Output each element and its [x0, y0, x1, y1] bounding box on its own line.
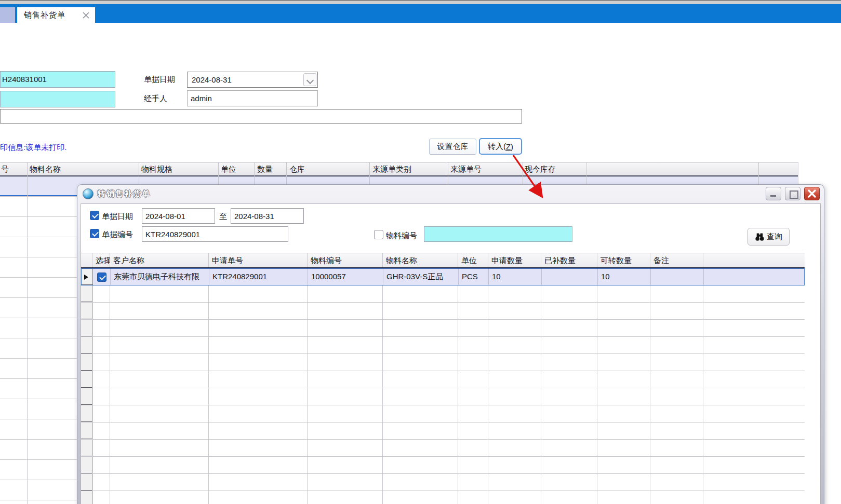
empty-cell	[209, 354, 308, 371]
empty-cell	[81, 457, 92, 473]
empty-cell	[92, 320, 110, 336]
empty-cell	[308, 423, 383, 439]
date-to-input[interactable]	[231, 208, 304, 224]
row-arrow-icon	[82, 269, 92, 284]
empty-row	[81, 320, 805, 337]
empty-cell	[308, 371, 383, 388]
empty-cell	[383, 405, 458, 422]
orderno-filter-checkbox[interactable]	[90, 229, 99, 238]
minimize-button[interactable]	[766, 187, 781, 200]
empty-cell	[383, 491, 458, 504]
chevron-down-icon[interactable]	[303, 73, 316, 86]
empty-cell	[308, 303, 383, 319]
close-button[interactable]	[804, 187, 820, 200]
main-col-source-no[interactable]: 来源单号	[450, 165, 482, 174]
col-replenished[interactable]: 已补数量	[541, 253, 597, 267]
empty-cell	[110, 474, 209, 491]
empty-cell	[488, 423, 541, 439]
col-customer[interactable]: 客户名称	[110, 253, 209, 267]
col-remark[interactable]: 备注	[650, 253, 703, 267]
material-filter-checkbox[interactable]	[374, 230, 383, 239]
empty-cell	[110, 388, 209, 405]
empty-row	[81, 474, 805, 491]
order-number-field[interactable]: H240831001	[0, 71, 115, 88]
empty-cell	[458, 457, 488, 473]
col-select[interactable]: 选择	[92, 253, 110, 267]
empty-cell	[541, 354, 597, 371]
date-from-input[interactable]	[142, 208, 215, 224]
dialog-grid-row[interactable]: 东莞市贝德电子科技有限 KTR240829001 10000057 GHR-03…	[81, 268, 805, 285]
col-unit[interactable]: 单位	[458, 253, 488, 267]
empty-cell	[650, 405, 703, 422]
secondary-field[interactable]	[0, 91, 115, 107]
empty-cell	[703, 285, 805, 302]
col-apply-no[interactable]: 申请单号	[209, 253, 308, 267]
empty-cell	[209, 457, 308, 473]
row-checkbox[interactable]	[97, 273, 106, 282]
empty-cell	[458, 491, 488, 504]
cell-material-code: 10000057	[308, 269, 383, 285]
empty-cell	[541, 320, 597, 336]
cell-remark	[651, 269, 704, 285]
empty-cell	[703, 423, 805, 439]
date-combobox[interactable]: 2024-08-31	[187, 72, 318, 88]
empty-cell	[110, 405, 209, 422]
col-material-code[interactable]: 物料编号	[308, 253, 383, 267]
main-col-warehouse[interactable]: 仓库	[289, 165, 305, 174]
empty-cell	[383, 320, 458, 336]
main-col-qty[interactable]: 数量	[257, 165, 273, 174]
empty-cell	[541, 303, 597, 319]
date-filter-checkbox[interactable]	[90, 211, 99, 220]
empty-cell	[308, 320, 383, 336]
empty-cell	[650, 354, 703, 371]
set-warehouse-button[interactable]: 设置仓库	[429, 139, 476, 155]
transfer-label-post: )	[511, 142, 513, 151]
empty-cell	[110, 320, 209, 336]
search-button[interactable]: 查询	[747, 228, 790, 246]
empty-cell	[308, 440, 383, 456]
tab-title: 销售补货单	[24, 10, 65, 20]
transfer-mnemonic: Z	[506, 142, 511, 151]
dialog-orderno-label: 单据编号	[102, 230, 133, 240]
empty-cell	[488, 457, 541, 473]
material-input[interactable]	[424, 226, 572, 242]
col-material-name[interactable]: 物料名称	[383, 253, 458, 267]
empty-cell	[209, 320, 308, 336]
empty-cell	[458, 320, 488, 336]
transfer-in-button[interactable]: 转入(Z)	[479, 138, 522, 155]
tab-sales-replenishment[interactable]: 销售补货单	[17, 7, 95, 23]
main-col-number[interactable]: 号	[1, 165, 9, 174]
main-col-stock[interactable]: 现今库存	[525, 165, 556, 174]
memo-input[interactable]	[0, 109, 522, 124]
empty-cell	[541, 285, 597, 302]
empty-cell	[541, 457, 597, 473]
empty-cell	[308, 457, 383, 473]
handler-input[interactable]	[187, 90, 318, 106]
empty-cell	[458, 285, 488, 302]
row-select-cell[interactable]	[93, 269, 111, 285]
empty-cell	[81, 491, 92, 504]
empty-cell	[383, 337, 458, 353]
empty-cell	[81, 440, 92, 456]
col-apply-qty[interactable]: 申请数量	[488, 253, 541, 267]
dialog-titlebar[interactable]: 转销售补货单	[77, 185, 824, 202]
col-transferable[interactable]: 可转数量	[597, 253, 650, 267]
current-row-indicator	[82, 269, 93, 285]
orderno-input[interactable]	[142, 226, 288, 242]
empty-cell	[81, 405, 92, 422]
main-col-material-name[interactable]: 物料名称	[30, 165, 61, 174]
main-col-source-type[interactable]: 来源单类别	[372, 165, 411, 174]
tab-close-icon[interactable]	[82, 11, 90, 19]
empty-cell	[92, 405, 110, 422]
maximize-button[interactable]	[785, 187, 800, 200]
empty-cell	[488, 491, 541, 504]
empty-cell	[458, 440, 488, 456]
empty-cell	[458, 474, 488, 491]
main-col-spec[interactable]: 物料规格	[141, 165, 172, 174]
main-col-unit[interactable]: 单位	[221, 165, 236, 174]
empty-cell	[458, 337, 488, 353]
empty-cell	[488, 440, 541, 456]
globe-icon	[83, 188, 94, 199]
cell-unit: PCS	[459, 269, 489, 285]
empty-cell	[209, 405, 308, 422]
